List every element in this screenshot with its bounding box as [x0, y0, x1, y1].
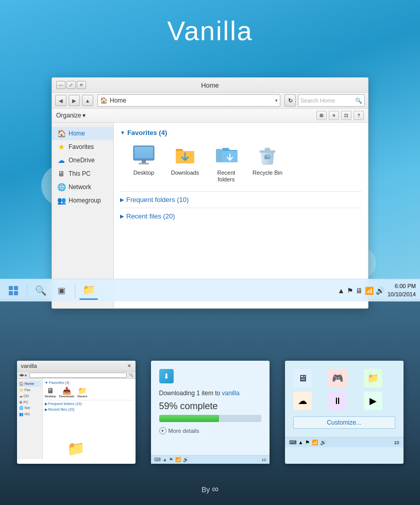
preview-thumbnails: vanilla ✕ ◀▶▲ 🔍 🏠 Home ⭐ Fav ☁ OD 🖥 PC 🌐…	[0, 361, 420, 464]
downloads-icon-svg	[175, 146, 195, 164]
frequent-folders-section[interactable]: ▶ Frequent folders (10)	[120, 191, 362, 206]
preview-card-download[interactable]: ⬇ Downloading 1 item to vanilla 59% comp…	[151, 361, 270, 464]
preview-content-explorer: ◀▶▲ 🔍 🏠 Home ⭐ Fav ☁ OD 🖥 PC 🌐 Net 👥 HG …	[17, 372, 136, 459]
taskbar: 🔍 ▣ 📁 ▲ ⚑ 🖥 📶 🔊 6:00 PM 10/10/2014	[0, 279, 420, 301]
back-button[interactable]: ◀	[55, 95, 66, 106]
credit-link-icon[interactable]: ∞	[212, 484, 219, 494]
search-taskbar-icon: 🔍	[35, 285, 46, 296]
credit-text: By	[201, 485, 210, 494]
flag-tray-icon[interactable]: ⚑	[347, 287, 354, 295]
view-icons-button[interactable]: ⊞	[316, 111, 327, 120]
favorites-header-text: Favorites (4)	[127, 129, 167, 137]
sidebar-item-homegroup[interactable]: 👥 Homegroup	[52, 194, 113, 207]
systray-taskbar-signal-icon: 📶	[312, 440, 318, 445]
preview-card-explorer[interactable]: vanilla ✕ ◀▶▲ 🔍 🏠 Home ⭐ Fav ☁ OD 🖥 PC 🌐…	[17, 361, 136, 464]
taskbar-separator-1	[27, 283, 27, 298]
organize-button[interactable]: Organize ▾	[56, 112, 86, 119]
clock-time: 6:00 PM	[388, 282, 416, 290]
close-button[interactable]: ✕	[77, 81, 86, 89]
mini-icon-1: 🖥Desktop	[45, 386, 56, 398]
recent-folders-item[interactable]: Recent folders	[211, 143, 242, 183]
customize-button[interactable]: Customize...	[293, 416, 395, 429]
mini-main: ▼ Favorites (4) 🖥Desktop 📥Downloads 📁Rec…	[43, 379, 136, 459]
credit-section: By ∞	[0, 484, 420, 495]
recent-files-section[interactable]: ▶ Recent files (20)	[120, 208, 362, 222]
preview-card-systray[interactable]: 🖥 🎮 📁 ☁ ⏸ ▶ Custo	[285, 361, 404, 464]
view-controls: ⊞ ≡ ⊡ ?	[316, 111, 364, 120]
desktop-label: Desktop	[133, 170, 154, 176]
frequent-folders-header-text: Frequent folders (10)	[126, 196, 189, 204]
downloads-icon	[173, 143, 197, 167]
homegroup-nav-icon: 👥	[57, 196, 65, 205]
windows-logo-icon	[8, 285, 19, 296]
signal-icon[interactable]: 📶	[365, 287, 374, 295]
download-card-inner: ⬇ Downloading 1 item to vanilla 59% comp…	[151, 361, 270, 443]
systray-icon-symbol-2: 🎮	[332, 373, 343, 384]
sidebar-item-home[interactable]: 🏠 Home	[52, 127, 113, 140]
sidebar-label-thispc: This PC	[69, 170, 91, 177]
sidebar-item-onedrive[interactable]: ☁ OneDrive	[52, 154, 113, 167]
file-explorer-taskbar-button[interactable]: 📁	[79, 281, 98, 300]
preview-titlebar-1: vanilla ✕	[17, 361, 136, 372]
task-view-icon: ▣	[58, 285, 65, 295]
sidebar-label-onedrive: OneDrive	[69, 157, 95, 164]
recent-folders-icon-svg	[215, 145, 238, 165]
view-details-button[interactable]: ≡	[329, 111, 339, 120]
systray-icon-6[interactable]: ▶	[364, 392, 382, 410]
view-preview-button[interactable]: ⊡	[341, 111, 351, 120]
system-clock[interactable]: 6:00 PM 10/10/2014	[388, 282, 416, 298]
systray-icon-1[interactable]: 🖥	[293, 369, 312, 388]
recycle-bin-icon-svg	[257, 145, 278, 165]
task-view-button[interactable]: ▣	[52, 281, 71, 300]
preview-close-1[interactable]: ✕	[127, 363, 131, 368]
volume-icon[interactable]: 🔊	[376, 287, 384, 295]
forward-button[interactable]: ▶	[69, 95, 80, 106]
systray-inner: 🖥 🎮 📁 ☁ ⏸ ▶ Custo	[285, 361, 404, 437]
download-taskbar-time: 10	[262, 458, 266, 462]
maximize-button[interactable]: ⤢	[66, 81, 76, 89]
window-title-text: Home	[87, 81, 333, 89]
explorer-window: — ⤢ ✕ Home ◀ ▶ ▲ 🏠 Home ▾ ↻ Search Home …	[52, 77, 368, 309]
more-details-button[interactable]: ▾ More details	[159, 427, 261, 434]
minimize-button[interactable]: —	[56, 81, 65, 89]
sidebar-item-network[interactable]: 🌐 Network	[52, 180, 113, 194]
search-icon: 🔍	[355, 97, 362, 104]
download-destination: vanilla	[222, 390, 240, 397]
favorites-grid: Desktop Downloads	[128, 143, 362, 183]
sidebar-item-favorites[interactable]: ★ Favorites	[52, 140, 113, 154]
systray-icons-grid: 🖥 🎮 📁 ☁ ⏸ ▶	[293, 369, 395, 410]
network-tray-icon[interactable]: ▲	[338, 287, 345, 295]
search-taskbar-button[interactable]: 🔍	[31, 281, 50, 300]
sidebar-item-thispc[interactable]: 🖥 This PC	[52, 167, 113, 180]
download-status-text: Downloading 1 item to vanilla	[159, 390, 261, 397]
desktop-item[interactable]: Desktop	[128, 143, 159, 183]
systray-icon-symbol-1: 🖥	[298, 373, 307, 384]
refresh-button[interactable]: ↻	[284, 94, 296, 107]
systray-icon-3[interactable]: 📁	[364, 369, 382, 388]
systray-icon-4[interactable]: ☁	[293, 392, 312, 410]
up-button[interactable]: ▲	[82, 95, 93, 106]
systray-taskbar-kb-icon: ⌨	[289, 440, 296, 445]
window-titlebar: — ⤢ ✕ Home	[52, 78, 368, 93]
mini-toolbar: ◀▶▲ 🔍	[17, 372, 136, 379]
taskbar-separator-2	[75, 283, 75, 298]
sidebar-label-network: Network	[69, 183, 91, 191]
recycle-bin-label: Recycle Bin	[253, 170, 282, 176]
help-button[interactable]: ?	[354, 111, 364, 120]
mini-icon-2: 📥Downloads	[59, 386, 75, 398]
systray-icon-5[interactable]: ⏸	[328, 392, 347, 410]
search-bar[interactable]: Search Home 🔍	[298, 94, 365, 107]
action-center-icon[interactable]: 🖥	[356, 287, 363, 295]
favorites-section-header[interactable]: ▼ Favorites (4)	[120, 129, 362, 137]
downloads-item[interactable]: Downloads	[170, 143, 200, 183]
start-button[interactable]	[4, 281, 23, 300]
recent-files-arrow-icon: ▶	[120, 213, 124, 219]
navigation-toolbar: ◀ ▶ ▲ 🏠 Home ▾ ↻ Search Home 🔍	[52, 93, 368, 109]
address-bar[interactable]: 🏠 Home ▾	[97, 94, 280, 107]
systray-icon-2[interactable]: 🎮	[328, 369, 347, 388]
recycle-bin-item[interactable]: Recycle Bin	[252, 143, 283, 183]
address-text: Home	[110, 97, 275, 104]
address-dropdown-icon[interactable]: ▾	[275, 98, 278, 103]
sidebar-label-favorites: Favorites	[69, 143, 94, 150]
svg-rect-8	[14, 286, 18, 290]
